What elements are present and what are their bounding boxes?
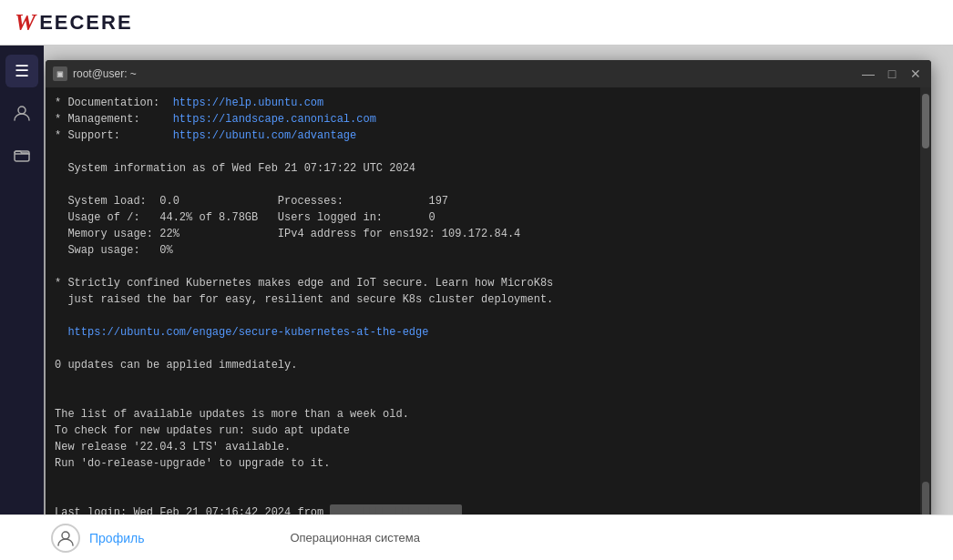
sidebar-item-menu[interactable]: ☰ <box>5 55 38 87</box>
profile-section: Профиль <box>0 524 144 553</box>
support-link: https://ubuntu.com/advantage <box>173 129 357 142</box>
scrollbar-thumb-top <box>922 94 929 148</box>
bottom-bar: Профиль Операционная система <box>0 514 953 560</box>
sidebar: ☰ ‹ <box>0 46 44 560</box>
terminal-titlebar: ▣ root@user: ~ — □ ✕ <box>46 60 931 87</box>
maximize-button[interactable]: □ <box>884 66 900 82</box>
close-button[interactable]: ✕ <box>907 66 924 82</box>
terminal-body: * Documentation: https://help.ubuntu.com… <box>46 87 931 524</box>
terminal-title: root@user: ~ <box>73 67 860 80</box>
sidebar-item-folder[interactable] <box>5 138 38 171</box>
profile-label[interactable]: Профиль <box>89 531 144 545</box>
sidebar-item-user[interactable] <box>5 97 38 129</box>
scrollbar-thumb-bottom <box>922 482 929 518</box>
k8s-link: https://ubuntu.com/engage/secure-kuberne… <box>67 326 428 339</box>
logo: W EECERE <box>15 9 133 36</box>
logo-w-letter: W <box>15 9 36 36</box>
svg-point-0 <box>18 107 26 114</box>
minimize-button[interactable]: — <box>860 66 876 82</box>
os-section: Операционная система <box>290 531 420 545</box>
top-bar: W EECERE <box>0 0 953 46</box>
profile-avatar-icon <box>51 524 80 553</box>
doc-link: https://help.ubuntu.com <box>173 97 324 109</box>
terminal-controls: — □ ✕ <box>860 66 924 82</box>
logo-text: EECERE <box>39 11 132 35</box>
os-label: Операционная система <box>290 531 420 545</box>
terminal-scrollbar[interactable] <box>920 87 931 524</box>
terminal-small-icon: ▣ <box>53 66 67 81</box>
terminal-content[interactable]: * Documentation: https://help.ubuntu.com… <box>46 87 920 524</box>
mgmt-link: https://landscape.canonical.com <box>173 113 376 126</box>
svg-point-2 <box>62 532 69 539</box>
terminal-window: ▣ root@user: ~ — □ ✕ * Documentation: ht… <box>46 60 931 524</box>
